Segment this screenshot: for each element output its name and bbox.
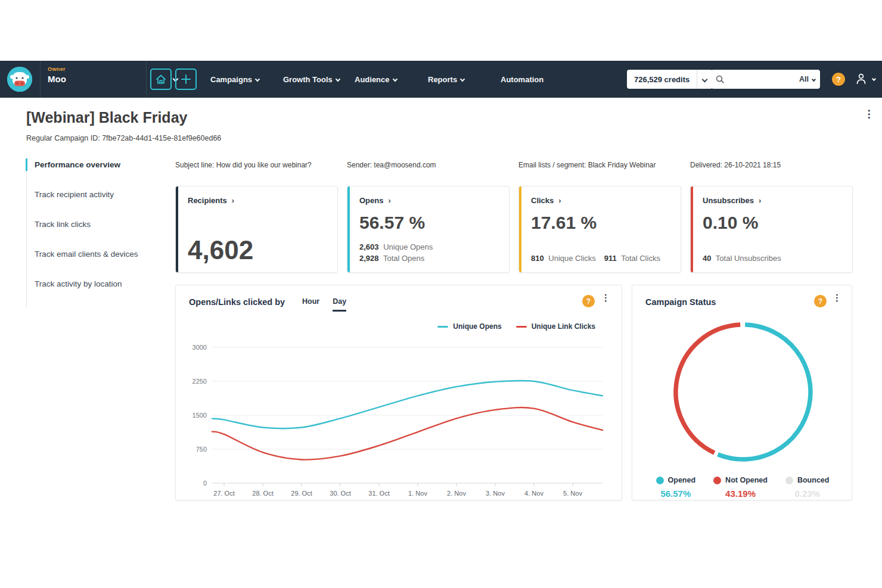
stat-detail-number: 810 [531,254,544,263]
accent-bar [691,186,693,272]
campaign-status-donut [632,318,853,467]
nav-item-growth-tools[interactable]: Growth Tools [283,61,340,98]
user-menu[interactable] [855,71,875,86]
meta-subject-line: Subject line: How did you like our webin… [175,161,312,169]
legend-dash-icon [437,326,448,328]
sidebar-item-performance-overview[interactable]: Performance overview [26,158,153,171]
donut-legend-opened: Opened56.57% [656,476,696,499]
sidebar-item-track-activity-by-location[interactable]: Track activity by location [27,278,153,290]
stat-detail-number: 40 [703,254,711,263]
search-scope-dropdown[interactable]: All [799,75,815,83]
x-axis-label: 5. Nov [563,490,582,497]
tab-hour[interactable]: Hour [302,297,319,312]
stat-detail-pair: 2,603 Unique Opens [359,242,433,251]
y-axis-label: 1500 [192,412,207,419]
sidebar-item-track-recipient-activity[interactable]: Track recipient activity [27,188,153,201]
stat-card-link-unsubscribes[interactable]: Unsubscribes› [703,196,840,205]
nav-item-automation[interactable]: Automation [501,61,544,98]
opens-links-line-chart: 075015002250300027. Oct28. Oct29. Oct30.… [176,340,623,500]
nav-item-label: Growth Tools [283,75,333,84]
sidebar-item-track-email-clients-devices[interactable]: Track email clients & devices [27,248,153,260]
credits-label: 726,529 credits [627,75,697,84]
nav-item-label: Reports [428,75,457,84]
stat-detail-label: Total Clicks [619,254,660,263]
search-input[interactable] [728,74,799,84]
stat-detail-line: 2,928 Total Opens [359,253,497,264]
x-axis-label: 27. Oct [213,490,234,497]
nav-item-label: Audience [355,75,390,84]
legend-item-unique-link-clicks[interactable]: Unique Link Clicks [516,322,595,331]
top-navbar: Owner Moo CampaignsGrowth ToolsAudienceR… [0,61,882,98]
legend-dot-icon [785,477,793,484]
x-axis-label: 4. Nov [524,490,544,497]
page-menu-kebab[interactable]: ⋮ [863,112,875,127]
x-axis-label: 28. Oct [252,490,273,497]
x-axis-label: 2. Nov [447,490,466,497]
donut-menu-kebab[interactable]: ⋮ [833,295,841,300]
campaign-id: Regular Campaign ID: 7fbe72ab-44d1-415e-… [26,134,221,142]
donut-legend-value: 43.19% [713,489,768,499]
stat-value: 0.10 % [703,213,840,232]
chevron-right-icon: › [558,196,561,205]
stat-card-link-opens[interactable]: Opens› [359,196,497,205]
accent-bar [176,186,178,272]
moosend-campaign-report: Owner Moo CampaignsGrowth ToolsAudienceR… [0,0,882,588]
chart-menu-kebab[interactable]: ⋮ [601,295,610,300]
help-icon[interactable]: ? [814,295,827,307]
series-line-unique-opens [212,381,603,428]
stat-card-label: Recipients [188,196,227,205]
chart-interval-tabs: HourDay [302,297,346,312]
nav-item-label: Automation [501,75,544,84]
stat-detail-label: Unique Clicks [546,254,596,263]
stat-value: 17.61 % [531,213,669,232]
y-axis-label: 750 [196,446,207,453]
stat-card-label: Opens [359,196,383,205]
stat-detail-pair: 40 Total Unsubscribes [703,254,781,263]
x-axis-label: 31. Oct [368,490,389,497]
sidebar-item-track-link-clicks[interactable]: Track link clicks [27,218,153,231]
x-axis-label: 30. Oct [330,490,350,497]
help-icon[interactable]: ? [582,295,595,307]
stat-detail-label: Unique Opens [381,242,433,251]
chevron-down-icon [872,76,876,80]
legend-text: Not Opened [725,476,768,484]
donut-legend-label: Bounced [785,476,829,484]
nav-item-reports[interactable]: Reports [428,61,464,98]
nav-item-campaigns[interactable]: Campaigns [210,61,259,98]
donut-slice-opened [718,325,810,459]
stat-detail-pair: 2,928 Total Opens [359,254,424,263]
stat-card-label: Unsubscribes [703,196,754,205]
chevron-down-icon [392,77,397,82]
legend-item-unique-opens[interactable]: Unique Opens [437,322,501,331]
meta-email-lists: Email lists / segment: Black Friday Webi… [518,161,656,169]
stat-detail-line: 2,603 Unique Opens [359,241,497,253]
report-sidebar: Performance overviewTrack recipient acti… [26,158,153,307]
stat-detail-number: 911 [604,254,617,263]
stat-detail-label: Total Unsubscribes [713,254,781,263]
x-axis-label: 29. Oct [291,490,312,497]
x-axis-label: 1. Nov [408,490,427,497]
nav-item-audience[interactable]: Audience [355,61,397,98]
stat-detail-line: 810 Unique Clicks911 Total Clicks [531,253,669,264]
global-search: All [711,70,820,89]
stat-detail-number: 2,603 [359,242,379,251]
stat-card-link-recipients[interactable]: Recipients› [188,196,325,205]
donut-legend-not-opened: Not Opened43.19% [713,476,768,499]
chevron-down-icon [460,77,465,82]
donut-legend-label: Not Opened [713,476,768,484]
campaign-status-card: Campaign Status ? ⋮ Opened56.57%Not Open… [632,285,852,500]
credits-dropdown[interactable]: 726,529 credits [627,70,713,89]
tab-day[interactable]: Day [333,297,346,312]
stat-card-link-clicks[interactable]: Clicks› [531,196,669,205]
accent-bar [347,186,350,272]
stat-value: 4,602 [188,237,325,264]
stat-details: 40 Total Unsubscribes [703,253,840,264]
stat-detail-number: 2,928 [359,254,379,263]
donut-legend-label: Opened [656,476,696,484]
stat-card-opens: Opens›56.57 %2,603 Unique Opens2,928 Tot… [347,186,510,273]
chevron-right-icon: › [759,196,761,205]
stat-detail-pair: 810 Unique Clicks [531,254,596,263]
donut-legend-bounced: Bounced0.23% [785,476,829,499]
help-icon[interactable]: ? [832,73,845,86]
stat-value: 56.57 % [359,213,497,232]
